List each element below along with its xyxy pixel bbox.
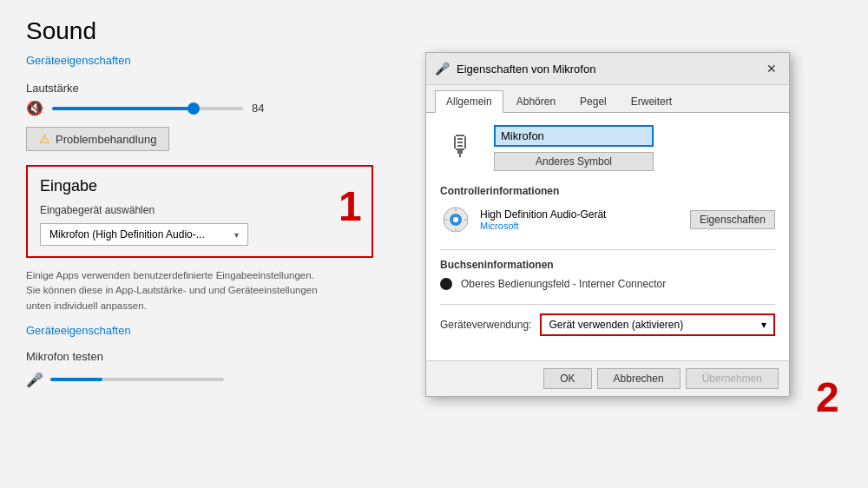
eigenschaften-button[interactable]: Eigenschaften — [690, 210, 775, 229]
controller-sub: Microsoft — [480, 221, 681, 231]
uebernehmen-button[interactable]: Übernehmen — [686, 368, 779, 389]
dialog-title-text: Eigenschaften von Mikrofon — [457, 63, 756, 76]
mikrofon-testen-label: Mikrofon testen — [26, 350, 373, 363]
volume-slider-thumb[interactable] — [187, 102, 200, 115]
volume-slider-track[interactable] — [52, 107, 243, 110]
buchsen-dot-icon — [440, 278, 452, 290]
geraeteeigenschaften-top-link[interactable]: Geräteeigenschaften — [26, 54, 131, 67]
dialog-close-button[interactable]: ✕ — [763, 60, 780, 77]
divider-2 — [440, 304, 775, 305]
mic-level-track — [50, 378, 224, 381]
volume-slider-fill — [52, 107, 194, 110]
controller-row: High Definition Audio-Gerät Microsoft Ei… — [440, 204, 775, 235]
eigenschaften-dialog: 🎤 Eigenschaften von Mikrofon ✕ Allgemein… — [425, 52, 790, 397]
mic-level-fill — [50, 378, 102, 381]
chevron-down-icon: ▾ — [234, 230, 239, 240]
left-panel: Sound Geräteeigenschaften Lautstärke 🔇 8… — [0, 0, 399, 488]
device-name-input[interactable] — [494, 125, 654, 147]
device-dropdown[interactable]: Mikrofon (High Definition Audio-... ▾ — [40, 223, 248, 246]
buchsen-row: Oberes Bedienungsfeld - Interner Connect… — [440, 278, 775, 290]
geraet-dropdown[interactable]: Gerät verwenden (aktivieren) ▾ — [540, 313, 775, 336]
info-text: Einige Apps verwenden benutzerdefinierte… — [26, 268, 373, 313]
page-title: Sound — [26, 17, 373, 45]
buchsen-section-label: Buchseninformationen — [440, 259, 775, 271]
volume-row: 🔇 84 — [26, 100, 373, 116]
dialog-footer: OK Abbrechen Übernehmen — [426, 360, 789, 396]
volume-value: 84 — [252, 102, 264, 115]
annotation-1: 1 — [339, 182, 362, 230]
problembehandlung-label: Problembehandlung — [56, 133, 156, 146]
device-dropdown-text: Mikrofon (High Definition Audio-... — [49, 228, 205, 241]
tab-pegel[interactable]: Pegel — [569, 90, 618, 112]
device-icon: 🎙 — [440, 125, 482, 167]
dialog-titlebar: 🎤 Eigenschaften von Mikrofon ✕ — [426, 53, 789, 85]
tab-allgemein[interactable]: Allgemein — [435, 90, 503, 113]
tab-erweitert[interactable]: Erweitert — [620, 90, 683, 112]
microphone-icon: 🎤 — [26, 372, 43, 388]
device-name-row: 🎙 Anderes Symbol — [440, 125, 775, 171]
lautstaerke-label: Lautstärke — [26, 82, 373, 95]
divider-1 — [440, 249, 775, 250]
abbrechen-button[interactable]: Abbrechen — [597, 368, 681, 389]
controller-section-label: Controllerinformationen — [440, 185, 775, 197]
anderes-symbol-button[interactable]: Anderes Symbol — [494, 152, 654, 171]
warning-icon: ⚠ — [39, 132, 50, 146]
problembehandlung-button[interactable]: ⚠ Problembehandlung — [26, 127, 169, 151]
eingabe-sub: Eingabegerät auswählen — [40, 204, 359, 216]
tab-abhoeren[interactable]: Abhören — [505, 90, 567, 112]
controller-icon — [440, 204, 471, 235]
eingabe-title: Eingabe — [40, 177, 359, 195]
dialog-tabs: Allgemein Abhören Pegel Erweitert — [426, 85, 789, 113]
geraet-dropdown-text: Gerät verwenden (aktivieren) — [549, 319, 683, 331]
svg-point-2 — [453, 217, 458, 222]
buchsen-text: Oberes Bedienungsfeld - Interner Connect… — [461, 278, 666, 290]
eingabe-box: Eingabe Eingabegerät auswählen Mikrofon … — [26, 165, 373, 258]
dialog-body: 🎙 Anderes Symbol Controllerinformationen — [426, 113, 789, 360]
mikrofon-test-row: 🎤 — [26, 372, 373, 388]
geraet-verwendung-row: Geräteverwendung: Gerät verwenden (aktiv… — [440, 313, 775, 336]
geraeteeigenschaften-bottom-link[interactable]: Geräteeigenschaften — [26, 324, 131, 337]
mute-icon[interactable]: 🔇 — [26, 100, 43, 116]
annotation-2: 2 — [816, 373, 839, 421]
geraet-label: Geräteverwendung: — [440, 319, 531, 331]
microphone-title-icon: 🎤 — [435, 62, 450, 76]
controller-name: High Definition Audio-Gerät — [480, 208, 681, 221]
geraet-dropdown-chevron: ▾ — [761, 319, 766, 331]
ok-button[interactable]: OK — [543, 368, 591, 389]
